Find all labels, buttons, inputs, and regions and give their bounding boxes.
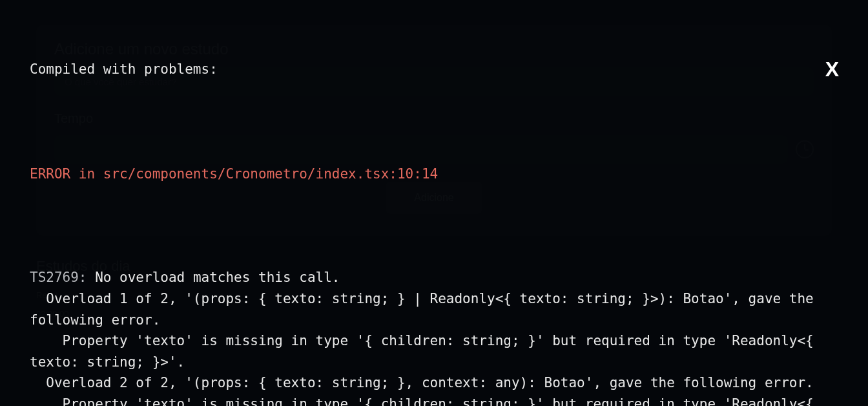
error-message: TS2769: No overload matches this call. O… [30,267,838,406]
error-location: ERROR in src/components/Cronometro/index… [30,164,838,185]
close-icon[interactable]: X [825,59,838,80]
error-overlay: Compiled with problems: X ERROR in src/c… [0,0,868,406]
overlay-title: Compiled with problems: [30,59,218,80]
overlay-header: Compiled with problems: X [30,59,838,80]
